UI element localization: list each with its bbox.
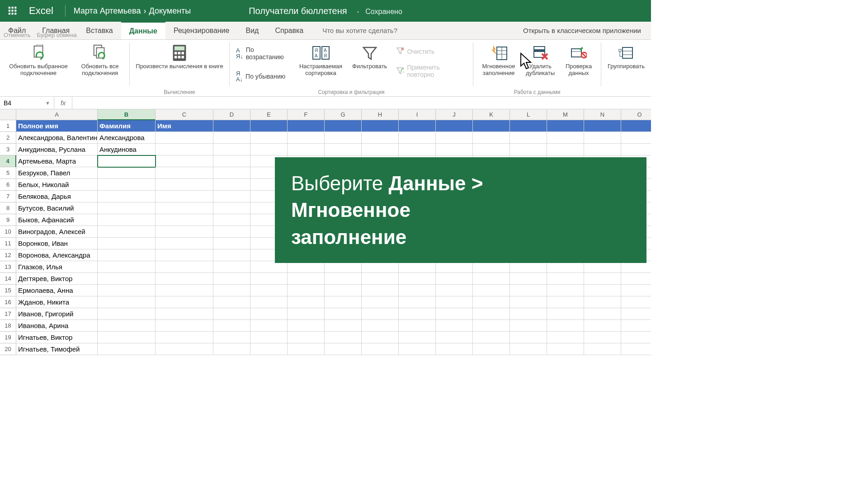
cell[interactable]: [156, 214, 213, 226]
column-header[interactable]: I: [399, 109, 436, 120]
cell[interactable]: [250, 120, 288, 132]
cell[interactable]: Иванов, Григорий: [16, 308, 98, 320]
cell[interactable]: [213, 296, 250, 308]
cell[interactable]: [547, 273, 584, 285]
cell[interactable]: Иванова, Арина: [16, 320, 98, 332]
sort-desc-button[interactable]: ЯА↓ По убыванию: [234, 70, 294, 83]
cell[interactable]: [399, 273, 436, 285]
cell[interactable]: [584, 132, 621, 144]
column-header[interactable]: J: [436, 109, 473, 120]
cell[interactable]: [288, 320, 325, 332]
column-header[interactable]: N: [584, 109, 621, 120]
cell[interactable]: [621, 296, 651, 308]
column-header[interactable]: K: [473, 109, 510, 120]
cell[interactable]: [98, 296, 156, 308]
cell[interactable]: [399, 308, 436, 320]
row-header[interactable]: 17: [0, 308, 16, 320]
cell[interactable]: Бутусов, Василий: [16, 202, 98, 214]
cell[interactable]: Артемьева, Марта: [16, 155, 98, 167]
cell[interactable]: [473, 285, 510, 296]
cell[interactable]: [213, 320, 250, 332]
cell[interactable]: [213, 167, 250, 179]
cell[interactable]: Полное имя: [16, 120, 98, 132]
cell[interactable]: Быков, Афанасий: [16, 214, 98, 226]
document-title[interactable]: Получатели бюллетеня: [249, 6, 347, 16]
cell[interactable]: [362, 273, 399, 285]
breadcrumb-folder[interactable]: Документы: [149, 6, 191, 16]
cell[interactable]: [584, 285, 621, 296]
cell[interactable]: [473, 320, 510, 332]
cell[interactable]: [250, 343, 288, 355]
column-header[interactable]: A: [16, 109, 98, 120]
row-header[interactable]: 7: [0, 191, 16, 202]
row-header[interactable]: 3: [0, 144, 16, 155]
fx-button[interactable]: fx: [54, 97, 72, 109]
cell[interactable]: [547, 120, 584, 132]
cell[interactable]: [156, 285, 213, 296]
cell[interactable]: Анкудинова, Руслана: [16, 144, 98, 155]
cell[interactable]: [156, 332, 213, 343]
cell[interactable]: Фамилия: [98, 120, 156, 132]
cell[interactable]: [473, 308, 510, 320]
cell[interactable]: [213, 273, 250, 285]
cell[interactable]: [250, 273, 288, 285]
cell[interactable]: [510, 296, 547, 308]
cell[interactable]: [621, 343, 651, 355]
cell[interactable]: [288, 296, 325, 308]
cell[interactable]: [436, 132, 473, 144]
cell[interactable]: [213, 202, 250, 214]
cell[interactable]: [436, 144, 473, 155]
cell[interactable]: [288, 144, 325, 155]
cell[interactable]: Игнатьев, Виктор: [16, 332, 98, 343]
cell[interactable]: [156, 238, 213, 249]
cell[interactable]: [362, 132, 399, 144]
cell[interactable]: [213, 132, 250, 144]
cell[interactable]: [621, 285, 651, 296]
cell[interactable]: [584, 320, 621, 332]
tab-insert[interactable]: Вставка: [78, 22, 121, 39]
cell[interactable]: [98, 167, 156, 179]
cell[interactable]: [362, 120, 399, 132]
cell[interactable]: [156, 320, 213, 332]
cell[interactable]: [584, 332, 621, 343]
cell[interactable]: [213, 261, 250, 273]
cell[interactable]: [98, 343, 156, 355]
cell[interactable]: [584, 296, 621, 308]
cell[interactable]: [288, 273, 325, 285]
cell[interactable]: [213, 343, 250, 355]
cell[interactable]: [213, 308, 250, 320]
row-header[interactable]: 11: [0, 238, 16, 249]
row-header[interactable]: 4: [0, 155, 16, 167]
cell[interactable]: [621, 120, 651, 132]
cell[interactable]: [250, 132, 288, 144]
cell[interactable]: [510, 332, 547, 343]
cell[interactable]: [621, 273, 651, 285]
cell[interactable]: [156, 308, 213, 320]
cell[interactable]: Белякова, Дарья: [16, 191, 98, 202]
cell[interactable]: [510, 285, 547, 296]
data-validation-button[interactable]: Проверка данных: [561, 42, 596, 77]
cell[interactable]: [325, 343, 362, 355]
cell[interactable]: [156, 167, 213, 179]
cell[interactable]: [399, 132, 436, 144]
cell[interactable]: [510, 273, 547, 285]
tell-me-search[interactable]: Что вы хотите сделать?: [311, 22, 408, 39]
cell[interactable]: [213, 249, 250, 261]
cell[interactable]: [156, 179, 213, 191]
clear-filter-button[interactable]: Очистить: [394, 46, 468, 56]
cell[interactable]: [156, 226, 213, 238]
cell[interactable]: [436, 296, 473, 308]
column-header[interactable]: E: [250, 109, 288, 120]
cell[interactable]: [213, 120, 250, 132]
calculate-workbook-button[interactable]: Произвести вычисления в книге: [134, 42, 225, 70]
row-header[interactable]: 6: [0, 179, 16, 191]
cell[interactable]: [98, 320, 156, 332]
cell[interactable]: [98, 214, 156, 226]
row-header[interactable]: 12: [0, 249, 16, 261]
cell[interactable]: [213, 179, 250, 191]
cell[interactable]: [510, 308, 547, 320]
cell[interactable]: [250, 320, 288, 332]
cell[interactable]: [213, 238, 250, 249]
cell[interactable]: [250, 332, 288, 343]
column-header[interactable]: F: [288, 109, 325, 120]
